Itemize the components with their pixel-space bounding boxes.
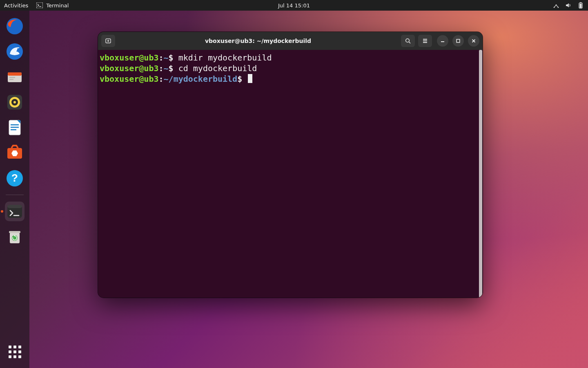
trash-icon[interactable] [5,227,24,247]
show-applications-button[interactable] [5,342,24,361]
close-button[interactable] [468,35,479,47]
svg-rect-6 [580,2,581,3]
svg-line-36 [409,42,410,43]
svg-rect-20 [11,124,19,126]
terminal-viewport[interactable]: vboxuser@ub3:~$ mkdir mydockerbuild vbox… [98,50,483,298]
terminal-icon[interactable] [5,202,24,221]
files-icon[interactable] [5,67,24,87]
thunderbird-icon[interactable] [5,42,24,61]
svg-point-18 [13,101,16,103]
libreoffice-writer-icon[interactable] [5,118,24,137]
terminal-small-icon [36,2,43,8]
activities-button[interactable]: Activities [4,2,28,9]
prompt-host: vboxuser@ub3 [100,53,159,63]
minimize-button[interactable] [437,35,448,47]
maximize-button[interactable] [452,35,464,47]
window-title: vboxuser@ub3: ~/mydockerbuild [118,38,398,44]
svg-text:?: ? [11,172,18,184]
firefox-icon[interactable] [5,16,24,36]
prompt-path: ~ [164,53,169,63]
svg-rect-0 [36,2,43,8]
dock: ? [0,11,29,368]
svg-rect-27 [7,205,22,208]
prompt-path: ~ [164,63,169,73]
help-icon[interactable]: ? [5,168,24,188]
svg-rect-22 [11,129,16,130]
network-icon[interactable] [553,2,559,9]
svg-rect-21 [11,127,19,128]
search-button[interactable] [401,35,415,47]
terminal-content[interactable]: vboxuser@ub3:~$ mkdir mydockerbuild vbox… [100,52,481,84]
svg-rect-14 [9,79,13,80]
hamburger-menu-button[interactable] [418,35,432,47]
new-tab-button[interactable] [101,35,115,47]
battery-icon[interactable] [577,2,584,9]
dock-divider [6,195,24,195]
prompt-path: ~/mydockerbuild [164,74,238,84]
top-bar: Activities Terminal Jul 14 15:01 [0,0,588,11]
system-tray[interactable] [553,2,584,9]
svg-rect-12 [8,72,22,76]
volume-icon[interactable] [565,2,572,9]
terminal-scrollbar[interactable] [479,50,483,298]
prompt-host: vboxuser@ub3 [100,63,159,73]
svg-rect-7 [580,4,582,8]
terminal-command: cd mydockerbuild [178,63,257,73]
prompt-host: vboxuser@ub3 [100,74,159,84]
terminal-command: mkdir mydockerbuild [178,53,272,63]
scrollbar-thumb[interactable] [479,50,482,298]
svg-rect-30 [9,231,20,233]
topbar-app-indicator[interactable]: Terminal [36,2,69,9]
cursor-icon [248,74,252,83]
svg-rect-13 [9,77,15,78]
ubuntu-software-icon[interactable] [5,143,24,163]
terminal-window: vboxuser@ub3: ~/mydockerbuild vboxuser@u… [98,32,483,298]
topbar-app-name: Terminal [46,2,69,9]
topbar-clock[interactable]: Jul 14 15:01 [278,2,310,9]
rhythmbox-icon[interactable] [5,92,24,112]
svg-point-35 [406,39,410,43]
svg-point-10 [17,48,19,50]
titlebar[interactable]: vboxuser@ub3: ~/mydockerbuild [98,32,483,50]
svg-rect-41 [457,39,460,43]
